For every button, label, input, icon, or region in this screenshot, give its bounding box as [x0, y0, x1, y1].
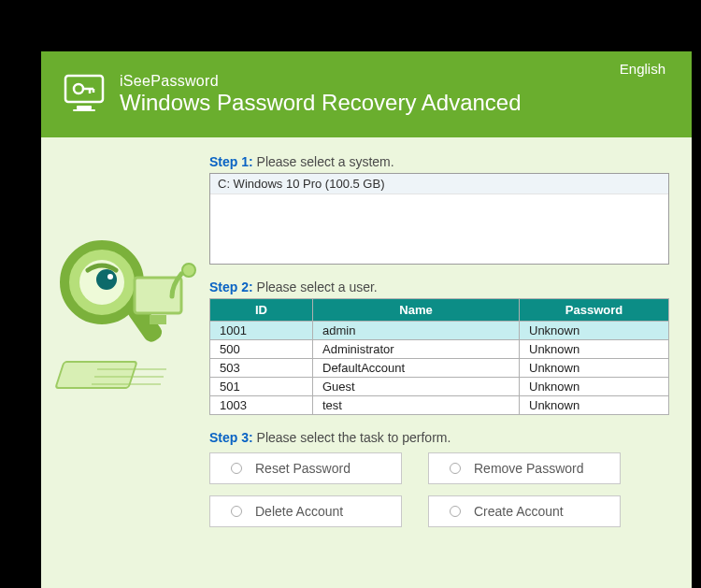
col-name[interactable]: Name: [313, 299, 520, 322]
svg-point-3: [74, 84, 83, 93]
svg-point-14: [182, 264, 195, 277]
brand-text: iSeePassword Windows Password Recovery A…: [120, 73, 522, 116]
step1-section: Step 1: Please select a system. C: Windo…: [209, 154, 669, 265]
language-selector[interactable]: English: [620, 61, 665, 77]
app-window: English iSeePassword Windows Password Re…: [41, 51, 692, 588]
sidebar-mascot: [41, 137, 209, 588]
svg-rect-1: [77, 106, 92, 109]
brand-big: Windows Password Recovery Advanced: [120, 90, 522, 116]
radio-icon: [450, 506, 461, 517]
table-row[interactable]: 501 Guest Unknown: [210, 378, 669, 396]
remove-password-button[interactable]: Remove Password: [428, 452, 621, 484]
header: English iSeePassword Windows Password Re…: [41, 51, 692, 137]
step2-section: Step 2: Please select a user. ID Name Pa…: [209, 280, 669, 415]
step3-label: Step 3: Please select the task to perfor…: [209, 430, 669, 445]
radio-icon: [231, 506, 242, 517]
table-row[interactable]: 503 DefaultAccount Unknown: [210, 359, 669, 378]
svg-point-9: [96, 269, 117, 290]
svg-point-10: [107, 274, 113, 280]
radio-icon: [450, 463, 461, 474]
system-list[interactable]: C: Windows 10 Pro (100.5 GB): [209, 173, 669, 265]
delete-account-button[interactable]: Delete Account: [209, 495, 402, 527]
step2-label: Step 2: Please select a user.: [209, 280, 669, 294]
svg-rect-2: [73, 109, 95, 111]
radio-icon: [231, 463, 242, 474]
reset-password-button[interactable]: Reset Password: [209, 452, 402, 484]
col-password[interactable]: Password: [520, 299, 669, 322]
table-row[interactable]: 1001 admin Unknown: [210, 322, 669, 340]
create-account-button[interactable]: Create Account: [428, 495, 621, 527]
user-table: ID Name Password 1001 admin Unknown 500: [209, 298, 669, 415]
step3-section: Step 3: Please select the task to perfor…: [209, 430, 669, 527]
main-content: Step 1: Please select a system. C: Windo…: [209, 137, 692, 588]
system-item[interactable]: C: Windows 10 Pro (100.5 GB): [210, 174, 668, 194]
step1-label: Step 1: Please select a system.: [209, 154, 669, 169]
table-row[interactable]: 500 Administrator Unknown: [210, 340, 669, 359]
monitor-key-icon: [62, 70, 107, 119]
col-id[interactable]: ID: [210, 299, 313, 322]
mascot-icon: [50, 231, 200, 409]
brand: iSeePassword Windows Password Recovery A…: [62, 70, 671, 119]
brand-small: iSeePassword: [120, 73, 522, 90]
svg-rect-13: [150, 315, 166, 324]
table-row[interactable]: 1003 test Unknown: [210, 396, 669, 415]
